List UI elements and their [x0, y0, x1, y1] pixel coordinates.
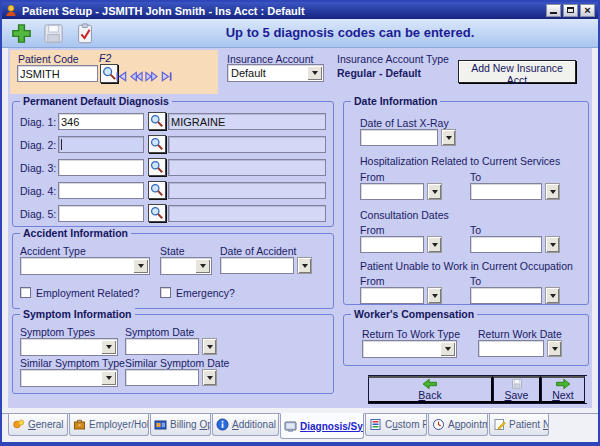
accident-date-picker-button[interactable] — [297, 257, 312, 274]
last-record-icon — [160, 71, 173, 82]
patient-setup-window: Patient Setup - JSMITH John Smith - Ins … — [0, 0, 600, 446]
tab-general-info[interactable]: General Info — [8, 414, 68, 436]
dropdown-arrow-icon[interactable] — [307, 66, 322, 80]
dropdown-arrow-icon — [432, 243, 438, 247]
clock-icon — [432, 418, 445, 431]
unable-to-input[interactable] — [470, 287, 542, 304]
insurance-account-select[interactable]: Default — [227, 64, 324, 82]
accident-date-input[interactable] — [220, 257, 294, 274]
close-button[interactable]: × — [580, 4, 595, 17]
diag-3-search-button[interactable] — [148, 158, 166, 176]
next-button[interactable]: Next — [541, 376, 585, 403]
accident-state-label: State — [160, 245, 185, 257]
return-to-work-type-select[interactable] — [362, 340, 457, 358]
diag-2-description — [168, 136, 326, 153]
hospitalization-to-picker-button[interactable] — [545, 183, 560, 200]
diag-1-label: Diag. 1: — [20, 116, 56, 128]
xray-date-picker-button[interactable] — [441, 129, 456, 146]
diag-5-search-button[interactable] — [148, 204, 166, 222]
info-icon — [216, 418, 229, 431]
add-button[interactable] — [7, 20, 35, 46]
record-last-button[interactable] — [160, 68, 173, 86]
dropdown-arrow-icon[interactable] — [101, 340, 116, 354]
clipboard-check-icon — [74, 22, 96, 45]
plus-icon — [10, 22, 33, 45]
consultation-to-label: To — [470, 224, 481, 236]
return-work-date-input[interactable] — [478, 340, 544, 357]
save-button[interactable] — [39, 20, 67, 46]
minimize-button[interactable] — [546, 4, 561, 17]
diag-4-input[interactable] — [58, 182, 144, 199]
accident-state-select[interactable] — [160, 257, 212, 275]
diag-2-label: Diag. 2: — [20, 139, 56, 151]
diag-4-label: Diag. 4: — [20, 185, 56, 197]
wizard-nav-bar: Back Save Next — [368, 375, 587, 404]
dropdown-arrow-icon — [302, 264, 308, 268]
patient-code-label: Patient Code — [18, 53, 79, 65]
tab-appointments[interactable]: Appointments — [428, 414, 488, 436]
dropdown-arrow-icon[interactable] — [133, 259, 148, 273]
symptom-date-picker-button[interactable] — [202, 338, 217, 355]
accident-type-select[interactable] — [20, 257, 150, 275]
unable-to-picker-button[interactable] — [545, 287, 560, 304]
hospitalization-label: Hospitalization Related to Current Servi… — [360, 155, 560, 167]
accident-type-label: Accident Type — [20, 245, 86, 257]
tab-diagnosis-symptoms[interactable]: Diagnosis/Symptoms — [280, 413, 364, 439]
back-button[interactable]: Back — [368, 376, 493, 403]
record-next-button[interactable] — [145, 68, 158, 86]
return-work-date-picker-button[interactable] — [547, 340, 562, 357]
notes-icon — [493, 418, 506, 431]
tab-billing-options[interactable]: Billing Options — [150, 414, 211, 436]
previous-record-icon — [130, 71, 143, 82]
restore-button[interactable] — [563, 4, 578, 17]
diag-4-search-button[interactable] — [148, 181, 166, 199]
diag-2-search-button[interactable] — [148, 135, 166, 153]
xray-date-input[interactable] — [360, 129, 438, 146]
consultation-from-input[interactable] — [360, 236, 424, 253]
emergency-checkbox[interactable] — [160, 287, 171, 298]
add-new-insurance-button[interactable]: Add New Insurance Acct — [458, 60, 576, 83]
record-previous-button[interactable] — [130, 68, 143, 86]
diag-3-label: Diag. 3: — [20, 162, 56, 174]
consultation-dates-label: Consultation Dates — [360, 209, 449, 221]
hospitalization-to-input[interactable] — [470, 183, 542, 200]
diag-2-input[interactable] — [58, 136, 144, 153]
verify-button[interactable] — [71, 20, 99, 46]
consultation-to-input[interactable] — [470, 236, 542, 253]
dropdown-arrow-icon[interactable] — [195, 259, 210, 273]
dropdown-arrow-icon[interactable] — [101, 371, 116, 385]
record-first-button[interactable] — [115, 68, 128, 86]
next-label: Next — [552, 390, 574, 401]
diag-1-input[interactable] — [58, 113, 144, 130]
dropdown-arrow-icon[interactable] — [440, 342, 455, 356]
symptom-date-input[interactable] — [125, 338, 199, 355]
titlebar: Patient Setup - JSMITH John Smith - Ins … — [2, 2, 598, 19]
unable-from-picker-button[interactable] — [427, 287, 442, 304]
similar-symptom-date-input[interactable] — [125, 369, 199, 386]
tab-additional-info[interactable]: Additional Info — [212, 414, 279, 436]
tab-patient-notes[interactable]: Patient Notes — [489, 414, 549, 436]
symptom-types-select[interactable] — [20, 338, 118, 356]
diag-1-search-button[interactable] — [148, 112, 166, 130]
unable-from-input[interactable] — [360, 287, 424, 304]
similar-symptom-date-picker-button[interactable] — [202, 369, 217, 386]
dropdown-arrow-icon — [550, 190, 556, 194]
close-icon: × — [581, 5, 594, 16]
emergency-label: Emergency? — [176, 287, 235, 299]
diag-5-label: Diag. 5: — [20, 208, 56, 220]
dropdown-arrow-icon — [550, 243, 556, 247]
dropdown-arrow-icon — [446, 136, 452, 140]
hospitalization-from-input[interactable] — [360, 183, 424, 200]
hospitalization-from-picker-button[interactable] — [427, 183, 442, 200]
patient-code-input[interactable] — [17, 65, 98, 82]
employment-related-checkbox[interactable] — [20, 287, 31, 298]
tab-employer-hold-info[interactable]: Employer/Hold Info — [69, 414, 149, 436]
consultation-to-picker-button[interactable] — [545, 236, 560, 253]
consultation-from-picker-button[interactable] — [427, 236, 442, 253]
tab-custom-fields[interactable]: Custom Fields — [365, 414, 427, 436]
similar-symptom-type-select[interactable] — [20, 369, 118, 387]
save-nav-button[interactable]: Save — [493, 376, 541, 403]
diag-3-input[interactable] — [58, 159, 144, 176]
accident-group-title: Accident Information — [20, 227, 131, 239]
diag-5-input[interactable] — [58, 205, 144, 222]
